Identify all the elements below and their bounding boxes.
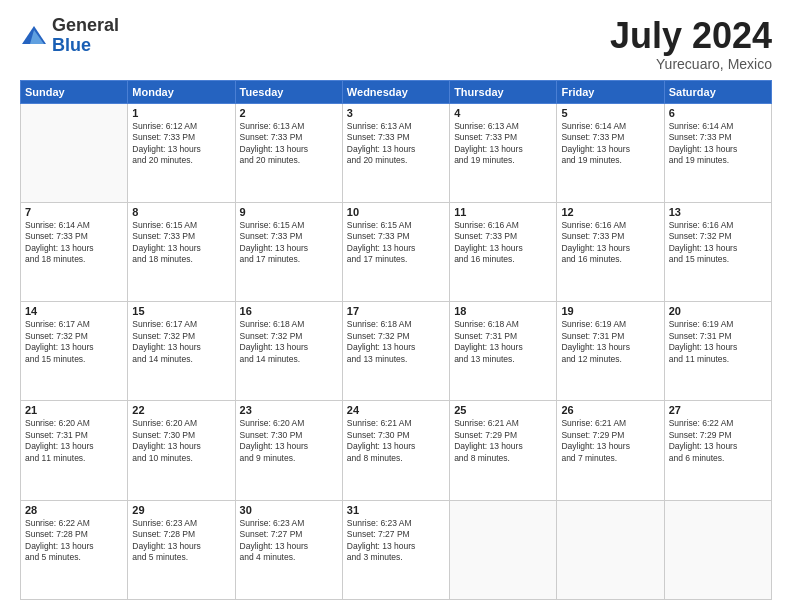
day-info: Sunrise: 6:21 AM Sunset: 7:29 PM Dayligh… bbox=[561, 418, 659, 464]
day-number: 29 bbox=[132, 504, 230, 516]
day-info: Sunrise: 6:22 AM Sunset: 7:29 PM Dayligh… bbox=[669, 418, 767, 464]
day-info: Sunrise: 6:14 AM Sunset: 7:33 PM Dayligh… bbox=[25, 220, 123, 266]
table-row bbox=[557, 500, 664, 599]
table-row: 25Sunrise: 6:21 AM Sunset: 7:29 PM Dayli… bbox=[450, 401, 557, 500]
day-info: Sunrise: 6:23 AM Sunset: 7:27 PM Dayligh… bbox=[240, 518, 338, 564]
col-sunday: Sunday bbox=[21, 80, 128, 103]
day-number: 25 bbox=[454, 404, 552, 416]
table-row: 27Sunrise: 6:22 AM Sunset: 7:29 PM Dayli… bbox=[664, 401, 771, 500]
calendar-week-row: 28Sunrise: 6:22 AM Sunset: 7:28 PM Dayli… bbox=[21, 500, 772, 599]
table-row: 6Sunrise: 6:14 AM Sunset: 7:33 PM Daylig… bbox=[664, 103, 771, 202]
logo-text: General Blue bbox=[52, 16, 119, 56]
day-info: Sunrise: 6:15 AM Sunset: 7:33 PM Dayligh… bbox=[347, 220, 445, 266]
day-info: Sunrise: 6:20 AM Sunset: 7:31 PM Dayligh… bbox=[25, 418, 123, 464]
day-info: Sunrise: 6:16 AM Sunset: 7:32 PM Dayligh… bbox=[669, 220, 767, 266]
day-info: Sunrise: 6:15 AM Sunset: 7:33 PM Dayligh… bbox=[240, 220, 338, 266]
col-friday: Friday bbox=[557, 80, 664, 103]
table-row: 7Sunrise: 6:14 AM Sunset: 7:33 PM Daylig… bbox=[21, 202, 128, 301]
day-number: 31 bbox=[347, 504, 445, 516]
table-row: 19Sunrise: 6:19 AM Sunset: 7:31 PM Dayli… bbox=[557, 302, 664, 401]
col-saturday: Saturday bbox=[664, 80, 771, 103]
table-row: 12Sunrise: 6:16 AM Sunset: 7:33 PM Dayli… bbox=[557, 202, 664, 301]
day-number: 27 bbox=[669, 404, 767, 416]
logo: General Blue bbox=[20, 16, 119, 56]
day-info: Sunrise: 6:18 AM Sunset: 7:31 PM Dayligh… bbox=[454, 319, 552, 365]
col-monday: Monday bbox=[128, 80, 235, 103]
day-info: Sunrise: 6:20 AM Sunset: 7:30 PM Dayligh… bbox=[240, 418, 338, 464]
col-wednesday: Wednesday bbox=[342, 80, 449, 103]
table-row: 22Sunrise: 6:20 AM Sunset: 7:30 PM Dayli… bbox=[128, 401, 235, 500]
table-row: 23Sunrise: 6:20 AM Sunset: 7:30 PM Dayli… bbox=[235, 401, 342, 500]
day-info: Sunrise: 6:19 AM Sunset: 7:31 PM Dayligh… bbox=[669, 319, 767, 365]
day-number: 16 bbox=[240, 305, 338, 317]
day-number: 17 bbox=[347, 305, 445, 317]
day-number: 24 bbox=[347, 404, 445, 416]
table-row: 1Sunrise: 6:12 AM Sunset: 7:33 PM Daylig… bbox=[128, 103, 235, 202]
day-info: Sunrise: 6:23 AM Sunset: 7:27 PM Dayligh… bbox=[347, 518, 445, 564]
table-row: 18Sunrise: 6:18 AM Sunset: 7:31 PM Dayli… bbox=[450, 302, 557, 401]
table-row: 4Sunrise: 6:13 AM Sunset: 7:33 PM Daylig… bbox=[450, 103, 557, 202]
day-number: 21 bbox=[25, 404, 123, 416]
day-info: Sunrise: 6:21 AM Sunset: 7:29 PM Dayligh… bbox=[454, 418, 552, 464]
table-row: 16Sunrise: 6:18 AM Sunset: 7:32 PM Dayli… bbox=[235, 302, 342, 401]
day-number: 19 bbox=[561, 305, 659, 317]
calendar-week-row: 7Sunrise: 6:14 AM Sunset: 7:33 PM Daylig… bbox=[21, 202, 772, 301]
day-number: 7 bbox=[25, 206, 123, 218]
day-info: Sunrise: 6:12 AM Sunset: 7:33 PM Dayligh… bbox=[132, 121, 230, 167]
table-row bbox=[21, 103, 128, 202]
table-row: 10Sunrise: 6:15 AM Sunset: 7:33 PM Dayli… bbox=[342, 202, 449, 301]
calendar-week-row: 21Sunrise: 6:20 AM Sunset: 7:31 PM Dayli… bbox=[21, 401, 772, 500]
day-number: 15 bbox=[132, 305, 230, 317]
table-row: 5Sunrise: 6:14 AM Sunset: 7:33 PM Daylig… bbox=[557, 103, 664, 202]
day-number: 8 bbox=[132, 206, 230, 218]
day-info: Sunrise: 6:17 AM Sunset: 7:32 PM Dayligh… bbox=[132, 319, 230, 365]
table-row: 29Sunrise: 6:23 AM Sunset: 7:28 PM Dayli… bbox=[128, 500, 235, 599]
table-row: 31Sunrise: 6:23 AM Sunset: 7:27 PM Dayli… bbox=[342, 500, 449, 599]
day-info: Sunrise: 6:17 AM Sunset: 7:32 PM Dayligh… bbox=[25, 319, 123, 365]
day-number: 28 bbox=[25, 504, 123, 516]
title-block: July 2024 Yurecuaro, Mexico bbox=[610, 16, 772, 72]
table-row: 2Sunrise: 6:13 AM Sunset: 7:33 PM Daylig… bbox=[235, 103, 342, 202]
day-number: 6 bbox=[669, 107, 767, 119]
col-tuesday: Tuesday bbox=[235, 80, 342, 103]
day-info: Sunrise: 6:18 AM Sunset: 7:32 PM Dayligh… bbox=[347, 319, 445, 365]
day-number: 30 bbox=[240, 504, 338, 516]
day-info: Sunrise: 6:13 AM Sunset: 7:33 PM Dayligh… bbox=[347, 121, 445, 167]
day-number: 22 bbox=[132, 404, 230, 416]
day-info: Sunrise: 6:21 AM Sunset: 7:30 PM Dayligh… bbox=[347, 418, 445, 464]
calendar-header-row: Sunday Monday Tuesday Wednesday Thursday… bbox=[21, 80, 772, 103]
day-number: 1 bbox=[132, 107, 230, 119]
table-row bbox=[664, 500, 771, 599]
day-info: Sunrise: 6:19 AM Sunset: 7:31 PM Dayligh… bbox=[561, 319, 659, 365]
table-row: 20Sunrise: 6:19 AM Sunset: 7:31 PM Dayli… bbox=[664, 302, 771, 401]
day-number: 18 bbox=[454, 305, 552, 317]
table-row: 11Sunrise: 6:16 AM Sunset: 7:33 PM Dayli… bbox=[450, 202, 557, 301]
day-number: 9 bbox=[240, 206, 338, 218]
table-row: 30Sunrise: 6:23 AM Sunset: 7:27 PM Dayli… bbox=[235, 500, 342, 599]
table-row: 3Sunrise: 6:13 AM Sunset: 7:33 PM Daylig… bbox=[342, 103, 449, 202]
day-number: 4 bbox=[454, 107, 552, 119]
day-info: Sunrise: 6:22 AM Sunset: 7:28 PM Dayligh… bbox=[25, 518, 123, 564]
title-location: Yurecuaro, Mexico bbox=[610, 56, 772, 72]
day-info: Sunrise: 6:15 AM Sunset: 7:33 PM Dayligh… bbox=[132, 220, 230, 266]
day-number: 20 bbox=[669, 305, 767, 317]
day-info: Sunrise: 6:14 AM Sunset: 7:33 PM Dayligh… bbox=[561, 121, 659, 167]
day-number: 13 bbox=[669, 206, 767, 218]
calendar-week-row: 1Sunrise: 6:12 AM Sunset: 7:33 PM Daylig… bbox=[21, 103, 772, 202]
table-row: 21Sunrise: 6:20 AM Sunset: 7:31 PM Dayli… bbox=[21, 401, 128, 500]
logo-general: General bbox=[52, 16, 119, 36]
table-row: 17Sunrise: 6:18 AM Sunset: 7:32 PM Dayli… bbox=[342, 302, 449, 401]
header: General Blue July 2024 Yurecuaro, Mexico bbox=[20, 16, 772, 72]
day-number: 3 bbox=[347, 107, 445, 119]
day-number: 11 bbox=[454, 206, 552, 218]
day-number: 10 bbox=[347, 206, 445, 218]
day-info: Sunrise: 6:18 AM Sunset: 7:32 PM Dayligh… bbox=[240, 319, 338, 365]
day-info: Sunrise: 6:16 AM Sunset: 7:33 PM Dayligh… bbox=[454, 220, 552, 266]
table-row: 15Sunrise: 6:17 AM Sunset: 7:32 PM Dayli… bbox=[128, 302, 235, 401]
title-month: July 2024 bbox=[610, 16, 772, 56]
table-row: 14Sunrise: 6:17 AM Sunset: 7:32 PM Dayli… bbox=[21, 302, 128, 401]
table-row: 8Sunrise: 6:15 AM Sunset: 7:33 PM Daylig… bbox=[128, 202, 235, 301]
logo-blue: Blue bbox=[52, 36, 119, 56]
table-row: 13Sunrise: 6:16 AM Sunset: 7:32 PM Dayli… bbox=[664, 202, 771, 301]
page: General Blue July 2024 Yurecuaro, Mexico… bbox=[0, 0, 792, 612]
